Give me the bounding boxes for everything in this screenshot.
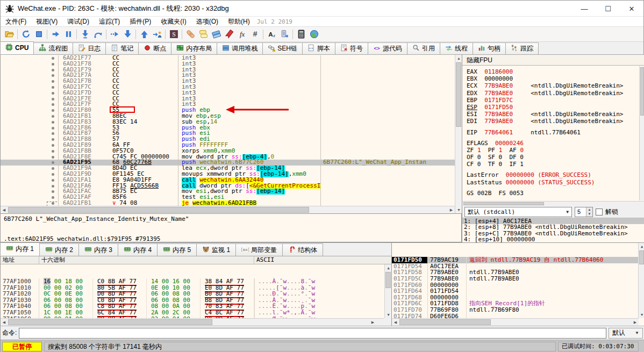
disassembly-pane[interactable]: 6AD21F77CCint36AD21F78CCint36AD21F79CCin… — [1, 55, 462, 213]
stack-row[interactable]: 0171FD74D60FE6D6 — [392, 313, 644, 318]
unlock-checkbox[interactable] — [596, 209, 603, 215]
tab-memory-map[interactable]: 内存布局 — [171, 42, 217, 54]
registers-hscrollbar[interactable] — [462, 201, 644, 206]
breakpoint-dot[interactable] — [50, 84, 59, 90]
argument-row[interactable]: 4: [esp+10] 00000000 — [462, 236, 644, 242]
breakpoint-dot[interactable] — [50, 131, 59, 137]
register-line[interactable]: EBP 0171FD7C — [467, 97, 640, 104]
calculator-icon[interactable] — [295, 28, 307, 41]
register-line[interactable]: LastError 00000000 (ERROR_SUCCESS) — [467, 171, 640, 178]
register-line[interactable]: GS 002B FS 0053 — [467, 190, 640, 197]
register-line[interactable] — [467, 168, 640, 171]
breakpoint-dot[interactable] — [50, 171, 59, 177]
attach-icon[interactable] — [278, 28, 291, 41]
breakpoint-dot[interactable] — [50, 177, 59, 183]
function-icon[interactable]: fx — [235, 28, 248, 41]
menu-item-0[interactable]: 文件(F) — [1, 17, 31, 27]
menu-item-3[interactable]: 追踪(T) — [94, 17, 125, 27]
stack-vscrollbar[interactable]: ▲ ▼ — [638, 243, 644, 318]
breakpoint-dot[interactable] — [50, 67, 59, 73]
tab-memory-4[interactable]: 内存 5 — [157, 243, 197, 256]
breakpoint-dot[interactable] — [50, 154, 59, 160]
breakpoint-dot[interactable] — [50, 142, 59, 148]
tab-reference[interactable]: 引用 — [407, 42, 440, 54]
run-to-user-icon[interactable] — [151, 28, 163, 41]
tab-graph[interactable]: 流程图 — [33, 42, 73, 54]
command-input[interactable] — [19, 328, 606, 339]
run-icon[interactable] — [49, 28, 62, 41]
stepper-down-icon[interactable]: ▼ — [586, 212, 592, 217]
font-icon[interactable]: Az — [265, 28, 278, 41]
tab-handle[interactable]: 句柄 — [473, 42, 506, 54]
step-over-icon[interactable] — [91, 28, 104, 41]
close-button[interactable]: ✕ — [620, 1, 643, 17]
dump-row[interactable]: 77AF100016 00 18 00C0 8B AF 7714 00 16 0… — [1, 278, 391, 285]
breakpoint-dot[interactable] — [50, 148, 59, 154]
register-line[interactable]: ESP 0171FD50 — [467, 104, 640, 111]
stepper-up-icon[interactable]: ▲ — [586, 207, 592, 212]
tab-thread[interactable]: 线程 — [440, 42, 473, 54]
step-down-icon[interactable] — [121, 28, 134, 41]
maximize-button[interactable]: ☐ — [596, 1, 620, 17]
menu-item-5[interactable]: 收藏夹(I) — [156, 17, 191, 27]
step-into-icon[interactable] — [78, 28, 91, 41]
pause-icon[interactable] — [62, 28, 75, 41]
breakpoint-dot[interactable] — [50, 73, 59, 78]
menu-item-2[interactable]: 调试(D) — [62, 17, 94, 27]
register-line[interactable]: LastStatus 00000000 (STATUS_SUCCESS) — [467, 179, 640, 186]
comment-icon[interactable] — [197, 28, 210, 41]
breakpoint-dot[interactable] — [50, 119, 59, 125]
hide-fpu-button[interactable]: 隐藏FPU — [462, 55, 644, 66]
breakpoint-dot[interactable] — [50, 96, 59, 102]
tab-source[interactable]: <>源代码 — [368, 42, 407, 54]
dump-hscrollbar[interactable]: ◀ ▶ — [1, 318, 384, 326]
tab-seh[interactable]: SEH链 — [262, 42, 303, 54]
menu-item-4[interactable]: 插件(P) — [125, 17, 156, 27]
breakpoint-dot[interactable] — [50, 137, 59, 142]
tab-struct-7[interactable]: 结构体 — [282, 243, 323, 256]
command-profile-dropdown[interactable]: 默认 ▼ — [609, 328, 643, 339]
breakpoint-dot[interactable] — [50, 102, 59, 107]
register-line[interactable]: ESI 77B9ABE0 <ntdll.DbgUiRemoteBreakin> — [467, 111, 640, 118]
breakpoint-dot[interactable] — [50, 125, 59, 131]
registers-vscrollbar[interactable] — [639, 66, 644, 200]
tab-symbol[interactable]: 符号 — [335, 42, 368, 54]
tab-locals-6[interactable]: [x=]局部变量 — [235, 243, 283, 256]
stop-icon[interactable] — [32, 28, 45, 41]
argument-row[interactable]: 2: [esp+8] 77B9ABE0 <ntdll.DbgUiRemoteBr… — [462, 224, 644, 230]
menu-item-6[interactable]: 选项(O) — [191, 17, 223, 27]
register-line[interactable]: EDI 77B9ABE0 <ntdll.DbgUiRemoteBreakin> — [467, 118, 640, 125]
breakpoint-dot[interactable] — [50, 61, 59, 67]
arguments-view[interactable]: 1: [esp+4] A0C17EEA2: [esp+8] 77B9ABE0 <… — [462, 218, 644, 242]
tab-notes[interactable]: 笔记 — [105, 42, 139, 54]
tab-memory-0[interactable]: 内存 1 — [0, 242, 40, 256]
scylla-icon[interactable]: S — [167, 28, 180, 41]
menu-item-7[interactable]: 帮助(H) — [223, 17, 255, 27]
tab-cpu[interactable]: CPU — [0, 41, 34, 54]
disasm-hscrollbar[interactable]: ◀ ▶ — [1, 206, 455, 213]
register-line[interactable] — [467, 186, 640, 190]
breakpoint-dot[interactable] — [50, 166, 59, 171]
patch-icon[interactable] — [184, 28, 197, 41]
tab-breakpoint[interactable]: 断点 — [138, 42, 171, 54]
menu-item-1[interactable]: 视图(V) — [31, 17, 62, 27]
breakpoint-dot[interactable] — [50, 55, 59, 61]
stack-row[interactable]: 0171FD5077B9AC19返回到 ntdll.77B9AC19 自 ntd… — [392, 257, 644, 263]
register-line[interactable]: ZF 1 PF 1 AF 0 — [467, 147, 640, 154]
breakpoint-dot[interactable] — [50, 107, 59, 113]
dump-rows[interactable]: 77AF100016 00 18 00C0 8B AF 7714 00 16 0… — [1, 264, 391, 318]
hash-icon[interactable]: # — [248, 28, 261, 41]
arg-count-stepper[interactable]: 5 ▲▼ — [575, 207, 593, 217]
tab-memory-2[interactable]: 内存 3 — [78, 243, 118, 256]
register-line[interactable] — [467, 136, 640, 140]
minimize-button[interactable]: — — [573, 1, 596, 17]
restart-icon[interactable] — [19, 28, 32, 41]
stack-rows[interactable]: 0171FD5077B9AC19返回到 ntdll.77B9AC19 自 ntd… — [392, 243, 644, 318]
tab-call-stack[interactable]: 调用堆栈 — [217, 42, 263, 54]
register-line[interactable]: EIP 77B64061 ntdll.77B64061 — [467, 129, 640, 136]
breakpoint-dot[interactable] — [50, 189, 59, 195]
open-file-icon[interactable] — [3, 28, 16, 41]
breakpoint-dot[interactable] — [50, 90, 59, 96]
globe-icon[interactable] — [307, 28, 320, 41]
register-line[interactable]: OF 0 SF 0 DF 0 — [467, 154, 640, 161]
